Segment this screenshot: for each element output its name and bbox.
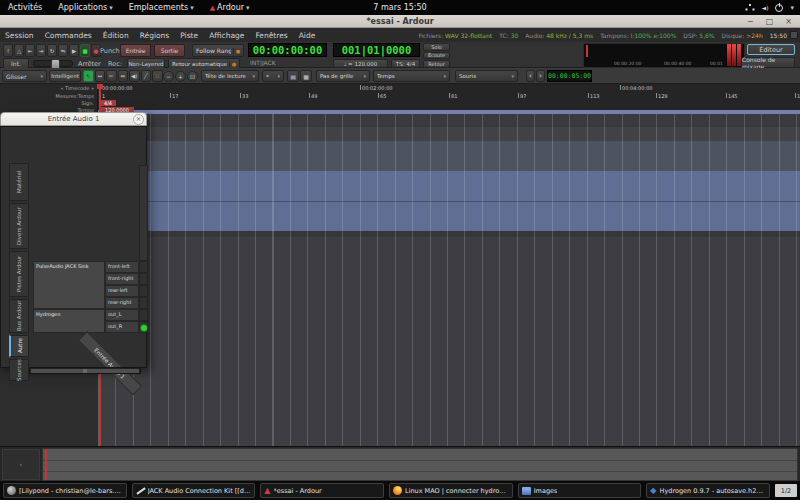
shuttle-stop-label[interactable]: Arrêter (78, 60, 101, 68)
tab-autre[interactable]: Autre (9, 335, 29, 357)
mixer-button[interactable]: Console de mixage (741, 57, 795, 68)
nudge-left-button[interactable]: ‹ (526, 70, 535, 82)
monitor-solo-button[interactable]: Solo (423, 43, 450, 51)
matrix-cell[interactable] (139, 285, 148, 297)
punch-in-button[interactable]: Entrée (120, 44, 151, 57)
follow-range-combo[interactable]: Follow Range● (192, 44, 244, 57)
hscrollbar-thumb[interactable] (31, 369, 139, 373)
menu-session[interactable]: Session (5, 31, 34, 40)
log-button[interactable] (790, 31, 798, 39)
time-signature-button[interactable]: TS: 4/4 (391, 59, 420, 68)
sync-source[interactable]: INT|JACK (250, 59, 276, 66)
shrink-tracks-button[interactable]: ▦ (300, 70, 312, 82)
mouse-mode-audition[interactable]: ◀) (129, 70, 140, 82)
bar-tick (795, 93, 796, 98)
taskbar-window-globe[interactable]: [Lilypond - christian@le-bars.net ... (3, 483, 127, 498)
menu-édition[interactable]: Édition (103, 31, 129, 40)
grid-units-combo[interactable]: Temps▾ (373, 70, 450, 82)
maximize-button[interactable]: □ (766, 17, 774, 26)
taskbar-window-hydrogen[interactable]: Hydrogen 0.9.7 - autosave.h2song (646, 483, 770, 498)
dialog-titlebar[interactable]: Entrée Audio 1 (0, 112, 147, 126)
play-button[interactable]: ▶ (69, 44, 79, 57)
window-titlebar[interactable]: *essai - Ardour − □ × (0, 15, 800, 28)
summary-scroll-left-button[interactable]: ‹ (2, 449, 40, 480)
matrix-cell[interactable] (139, 273, 148, 285)
punch-out-button[interactable]: Sortie (154, 44, 185, 57)
dialog-hscrollbar[interactable] (29, 367, 141, 374)
applications-menu[interactable]: Applications▾ (58, 3, 112, 12)
ruler-label-bars: Mesures:Temps (56, 93, 94, 99)
app-menu-ardour[interactable]: ▲Ardour▾ (210, 3, 250, 12)
mouse-mode-content[interactable]: ∷ (152, 70, 163, 82)
midi-panic-button[interactable]: ! (3, 44, 13, 57)
taskbar-window-firefox[interactable]: Linux MAO | connecter hydrogen a... (389, 483, 513, 498)
desktop-clock[interactable]: 7 mars 15:50 (0, 3, 800, 12)
shuttle-slider[interactable] (33, 60, 73, 67)
minimize-button[interactable]: − (747, 17, 754, 26)
monitor-retour-button[interactable]: Retour (423, 60, 450, 68)
nudge-clock[interactable]: 00:00:05:00 (547, 70, 592, 82)
zoom-out-button[interactable]: − (163, 71, 174, 82)
tempo-button[interactable]: ♩ = 120.000 (333, 59, 388, 68)
system-tray[interactable]: ▾ (746, 0, 794, 15)
matrix-cell[interactable] (139, 297, 148, 309)
edit-mode-combo[interactable]: Glisser▾ (2, 70, 47, 82)
menu-aide[interactable]: Aide (299, 31, 316, 40)
summary-playhead[interactable] (45, 449, 47, 480)
tab-sources[interactable]: Sources (9, 359, 29, 381)
close-button[interactable]: × (785, 17, 792, 26)
session-minimap[interactable]: 00:00:20:0000:00:40:0000:01 (583, 43, 745, 68)
menu-piste[interactable]: Piste (180, 31, 198, 40)
activities-button[interactable]: Activités (8, 3, 42, 12)
go-end-button[interactable]: ⇥ (36, 44, 46, 57)
workspace-pager[interactable]: 1/2 (775, 484, 797, 497)
matrix-cell[interactable] (139, 309, 148, 321)
snap-mode-combo[interactable]: Pas de grille▾ (316, 70, 370, 82)
taskbar-window-ardour[interactable]: *essai - Ardour (260, 483, 384, 498)
chevron-down-icon: ▾ (246, 4, 250, 12)
dialog-close-button[interactable]: × (133, 114, 144, 125)
mouse-mode-draw[interactable]: ╱ (141, 70, 152, 82)
primary-clock[interactable]: 00:00:00:00 (248, 43, 327, 57)
tab-bus-ardour[interactable]: Bus Ardour (9, 299, 29, 333)
stop-button[interactable]: ■ (80, 44, 90, 57)
nudge-right-button[interactable]: › (536, 70, 545, 82)
menu-affichage[interactable]: Affichage (209, 31, 244, 40)
matrix-port: rear-right (105, 297, 139, 309)
tab-divers-ardour[interactable]: Divers Ardour (9, 203, 29, 249)
matrix-cell[interactable] (139, 321, 148, 333)
summary-strip[interactable] (42, 448, 798, 481)
mouse-mode-timefx[interactable]: ⇔ (118, 70, 129, 82)
expand-tracks-button[interactable]: ▤ (287, 70, 299, 82)
menu-régions[interactable]: Régions (140, 31, 170, 40)
metronome-button[interactable]: △ (14, 44, 24, 57)
signature-marker[interactable]: 4/4 (100, 100, 116, 106)
zoom-fit-button[interactable]: ⊡ (187, 71, 198, 82)
rulers[interactable]: « Timecode » Mesures:Temps Sign. Tempo 0… (0, 84, 800, 114)
places-menu[interactable]: Emplacements▾ (129, 3, 194, 12)
loop-button[interactable]: ↻ (47, 44, 57, 57)
smart-mode-button[interactable]: Intelligent (49, 70, 81, 82)
tab-pistes-ardour[interactable]: Pistes Ardour (9, 251, 29, 297)
editor-button[interactable]: Éditeur (747, 44, 795, 55)
auto-play-button[interactable]: ⇋ (58, 44, 68, 57)
menu-commandes[interactable]: Commandes (45, 31, 92, 40)
taskbar-window-folder[interactable]: Images (518, 483, 642, 498)
mouse-mode-range[interactable]: ↔ (95, 70, 106, 82)
matrix-cell[interactable] (139, 261, 148, 273)
tempo-button-label: ♩ = 120.000 (344, 61, 377, 67)
mouse-mode-cut[interactable]: ✂ (106, 70, 117, 82)
taskbar-window-label: Images (534, 487, 558, 495)
secondary-clock[interactable]: 001|01|0000 (333, 43, 420, 57)
zoom-in-button[interactable]: + (175, 71, 186, 82)
mouse-mode-grab[interactable]: ↖ (83, 70, 94, 82)
playhead-head[interactable] (97, 84, 103, 89)
edit-point-combo[interactable]: Souris▾ (455, 70, 518, 82)
monitor-écoute-button[interactable]: Écoute (423, 52, 450, 60)
go-start-button[interactable]: ⇤ (25, 44, 35, 57)
menu-fenêtres[interactable]: Fenêtres (255, 31, 287, 40)
visible-tracks-spinner[interactable]: *▾ (262, 70, 284, 82)
taskbar-window-jack[interactable]: JACK Audio Connection Kit [[defa... (132, 483, 256, 498)
zoom-focus-combo[interactable]: Tête de lecture▾ (201, 70, 259, 82)
tab-matériel[interactable]: Matériel (9, 163, 29, 201)
